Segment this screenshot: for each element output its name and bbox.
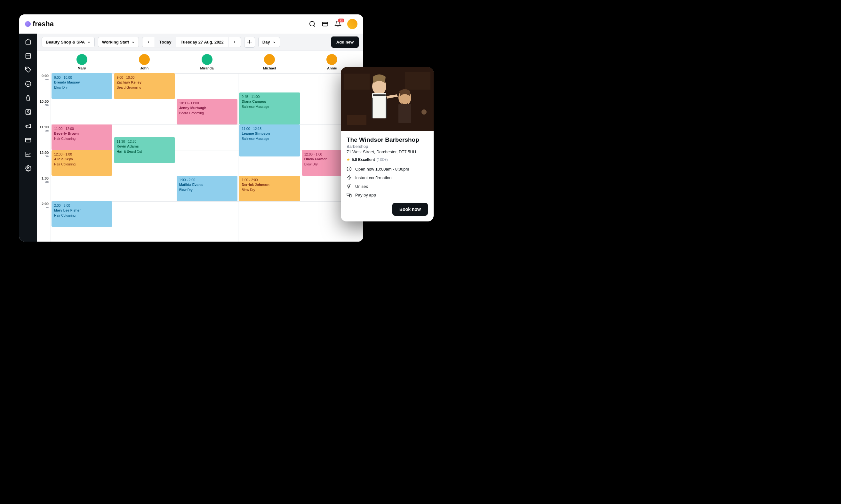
staff-header[interactable]: Mary [51,51,113,73]
svg-rect-22 [372,93,386,119]
logo-icon [25,21,31,27]
chart-icon[interactable] [25,151,32,158]
event-client: Beverly Brown [54,131,110,136]
time-label: 10:00am [37,99,51,125]
appointment-event[interactable]: 9:45 - 11:00Diana CamposBalinese Massage [239,92,300,125]
staff-headers: MaryJohnMirandaMichaelAnnie [37,51,363,73]
listing-title: The Windsor Barbershop [346,136,428,143]
svg-point-8 [25,81,31,87]
svg-point-0 [310,21,315,26]
search-icon[interactable] [309,20,316,28]
home-icon[interactable] [25,38,32,45]
pay-row: Pay by app [346,192,428,197]
event-client: Zachary Kelley [117,80,172,85]
time-label: 1:00pm [37,176,51,201]
staff-column: 9:45 - 11:00Diana CamposBalinese Massage… [238,73,301,241]
svg-rect-27 [347,115,366,125]
staff-header[interactable]: Michael [238,51,301,73]
svg-marker-29 [347,175,351,180]
event-service: Balinese Massage [241,136,297,141]
location-dropdown[interactable]: Beauty Shop & SPA [41,37,95,47]
today-button[interactable]: Today [155,37,176,47]
staff-column: 9:00 - 10:00Brenda MasseyBlow Dry11:00 -… [51,73,113,241]
event-client: Jenny Murtaugh [179,106,235,110]
listing-image [341,67,434,131]
staff-avatar [326,54,337,65]
appointment-event[interactable]: 11:00 - 12:00Beverly BrownHair Colouring [52,125,112,150]
calendar: 9:00am10:00am11:00am12:00pm1:00pm2:00pm … [37,73,363,241]
event-client: Derrick Johnson [241,182,297,187]
time-column: 9:00am10:00am11:00am12:00pm1:00pm2:00pm [37,73,51,241]
prev-day-button[interactable] [142,37,155,47]
logo[interactable]: fresha [25,20,54,28]
next-day-button[interactable] [229,37,241,47]
svg-rect-23 [373,94,386,96]
hours-row: Open now 10:00am - 8:00pm [346,166,428,172]
calendar-settings-button[interactable] [244,37,255,48]
appointment-event[interactable]: 9:00 - 10:00Brenda MasseyBlow Dry [52,73,112,99]
app-window: fresha 12 Beauty Shop & SPA [19,14,363,241]
event-time: 1:00 - 2:00 [241,178,297,182]
event-service: Hair Colouring [54,136,110,141]
user-avatar[interactable] [347,19,357,29]
add-new-button[interactable]: Add new [331,36,359,48]
event-time: 9:45 - 11:00 [241,94,297,99]
svg-point-26 [422,109,427,114]
notifications-icon[interactable]: 12 [335,20,341,28]
chevron-left-icon [147,41,150,44]
svg-rect-13 [25,138,31,142]
appointment-event[interactable]: 12:00 - 1:00Alicia KeysHair Colouring [52,150,112,176]
event-time: 9:00 - 10:00 [54,75,110,80]
event-time: 11:00 - 12:00 [54,126,110,131]
top-icons: 12 [309,19,357,29]
chevron-down-icon [87,41,91,44]
event-client: Alicia Keys [54,157,110,162]
toolbar: Beauty Shop & SPA Working Staff Today Tu… [37,34,363,51]
chevron-right-icon [233,41,236,44]
book-now-button[interactable]: Book now [392,203,428,216]
staff-dropdown[interactable]: Working Staff [98,37,139,47]
svg-point-30 [347,185,350,187]
event-service: Hair & Beard Cut [117,149,172,154]
staff-avatar [139,54,150,65]
brand-name: fresha [33,20,54,28]
chevron-down-icon [131,41,135,44]
view-dropdown[interactable]: Day [258,37,280,47]
settings-icon[interactable] [25,165,32,172]
date-display[interactable]: Tuesday 27 Aug, 2022 [176,37,228,47]
card-icon[interactable] [25,137,32,144]
appointment-event[interactable]: 1:00 - 2:00Matilda EvansBlow Dry [177,176,237,201]
event-client: Kevin Adams [117,144,172,149]
megaphone-icon[interactable] [25,123,32,130]
svg-rect-20 [405,72,430,90]
event-client: Brenda Massey [54,80,110,85]
staff-avatar [76,54,87,65]
event-time: 1:00 - 2:00 [179,178,235,182]
appointment-event[interactable]: 11:30 - 12:30Kevin AdamsHair & Beard Cut [114,137,175,163]
staff-header[interactable]: Miranda [176,51,238,73]
tag-icon[interactable] [25,66,32,73]
product-icon[interactable] [25,94,32,102]
event-client: Diana Campos [241,99,297,104]
appointment-event[interactable]: 1:00 - 2:00Derrick JohnsonBlow Dry [239,176,300,201]
chevron-down-icon [273,41,276,44]
wallet-icon[interactable] [322,20,329,28]
event-time: 2:00 - 3:00 [54,203,110,208]
appointment-event[interactable]: 9:00 - 10:00Zachary KelleyBeard Grooming [114,73,175,99]
appointment-event[interactable]: 2:00 - 3:00Mary Lee FisherHair Colouring [52,201,112,227]
staff-name-label: Mary [78,66,86,70]
rating-row: ★ 5.0 Excellent (100+) [346,158,428,162]
listing-card[interactable]: The Windsor Barbershop Barbershop 71 Wes… [341,67,434,221]
staff-name-label: Miranda [200,66,213,70]
svg-point-15 [28,168,29,169]
listing-address: 71 West Street, Dorchester, DT7 5UH [346,149,428,154]
staff-header[interactable]: John [113,51,175,73]
smile-icon[interactable] [25,80,32,87]
appointment-event[interactable]: 10:00 - 11:00Jenny MurtaughBeard Groomin… [177,99,237,125]
calendar-icon[interactable] [25,52,32,59]
event-time: 10:00 - 11:00 [179,101,235,105]
event-client: Matilda Evans [179,182,235,187]
appointment-event[interactable]: 11:00 - 12:15Leanne SimpsonBalinese Mass… [239,125,300,157]
svg-point-12 [28,111,29,112]
user-icon[interactable] [25,108,32,115]
